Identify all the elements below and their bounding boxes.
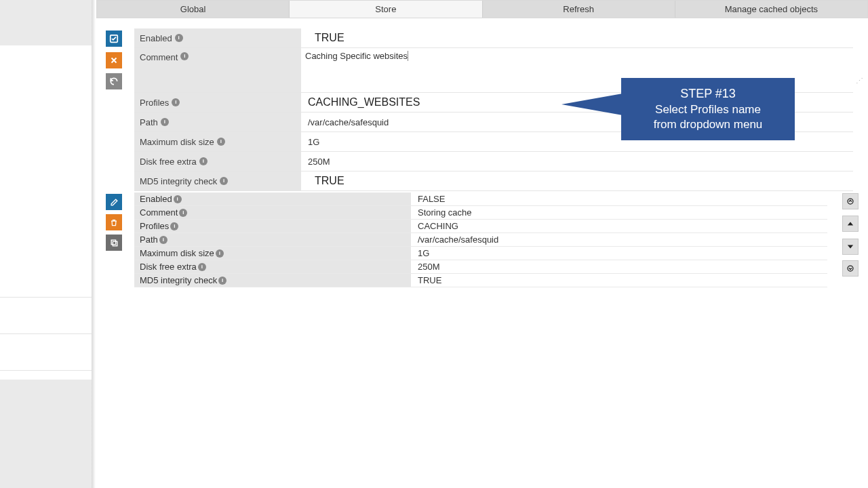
resize-grip-icon[interactable]: ⋰ xyxy=(856,79,864,87)
tab-bar: Global Store Refresh Manage cached objec… xyxy=(96,0,868,18)
left-block-top xyxy=(0,0,92,45)
llabel-md5: MD5 integrity checki xyxy=(134,274,411,287)
callout-title: STEP #13 xyxy=(680,86,736,102)
info-icon[interactable]: i xyxy=(170,222,178,230)
svg-rect-2 xyxy=(111,240,116,245)
left-sidebar xyxy=(0,0,92,488)
callout-arrow-icon xyxy=(561,94,623,115)
label-profiles: Profilesi xyxy=(134,93,301,112)
entry-list: EnablediFALSE CommentiStoring cache Prof… xyxy=(134,192,827,287)
svg-rect-1 xyxy=(113,241,117,246)
move-top-button[interactable] xyxy=(842,193,859,209)
info-icon[interactable]: i xyxy=(161,118,169,126)
left-divider-2 xyxy=(0,339,92,371)
value-enabled[interactable]: TRUE xyxy=(301,28,853,47)
lvalue-diskfree: 250M xyxy=(411,260,827,273)
llabel-path: Pathi xyxy=(134,233,411,246)
llabel-maxdisk: Maximum disk sizei xyxy=(134,247,411,260)
delete-button[interactable] xyxy=(106,214,122,230)
label-comment: Commenti xyxy=(134,48,301,92)
cancel-button[interactable] xyxy=(106,52,122,68)
llabel-comment: Commenti xyxy=(134,206,411,219)
tab-store[interactable]: Store xyxy=(290,1,482,18)
svg-point-4 xyxy=(848,266,853,271)
tab-refresh[interactable]: Refresh xyxy=(483,1,675,18)
llabel-diskfree: Disk free extrai xyxy=(134,260,411,273)
info-icon[interactable]: i xyxy=(198,263,206,271)
callout-line2: from dropdown menu xyxy=(654,117,763,132)
tab-manage[interactable]: Manage cached objects xyxy=(675,1,867,18)
save-button[interactable] xyxy=(106,30,122,47)
left-divider-1 xyxy=(0,297,92,334)
info-icon[interactable]: i xyxy=(199,157,208,165)
llabel-enabled: Enabledi xyxy=(134,192,411,205)
info-icon[interactable]: i xyxy=(180,52,189,60)
move-up-button[interactable] xyxy=(842,216,859,232)
info-icon[interactable]: i xyxy=(220,177,228,185)
edit-button[interactable] xyxy=(106,194,122,210)
tab-global[interactable]: Global xyxy=(97,1,290,18)
llabel-profiles: Profilesi xyxy=(134,220,411,232)
move-down-button[interactable] xyxy=(842,239,859,255)
label-md5: MD5 integrity checki xyxy=(134,171,301,190)
move-bottom-button[interactable] xyxy=(842,260,859,277)
left-block-bottom xyxy=(0,380,92,488)
lvalue-md5: TRUE xyxy=(411,274,827,287)
label-diskfree: Disk free extrai xyxy=(134,152,301,171)
lvalue-comment: Storing cache xyxy=(411,206,827,219)
label-path: Pathi xyxy=(134,113,301,131)
info-icon[interactable]: i xyxy=(174,195,182,203)
label-enabled: Enabledi xyxy=(134,28,301,47)
diskfree-input[interactable]: 250M xyxy=(301,152,853,171)
info-icon[interactable]: i xyxy=(175,34,183,42)
callout-line1: Select Profiles name xyxy=(655,102,761,117)
info-icon[interactable]: i xyxy=(217,138,225,146)
step-callout: STEP #13 Select Profiles name from dropd… xyxy=(621,78,795,140)
lvalue-profiles: CACHING xyxy=(411,220,827,232)
info-icon[interactable]: i xyxy=(218,277,226,285)
lvalue-path: /var/cache/safesquid xyxy=(411,233,827,246)
copy-button[interactable] xyxy=(106,235,122,251)
label-maxdisk: Maximum disk sizei xyxy=(134,132,301,151)
revert-button[interactable] xyxy=(106,73,122,89)
info-icon[interactable]: i xyxy=(159,236,167,244)
left-shadow xyxy=(92,0,96,488)
lvalue-enabled: FALSE xyxy=(411,192,827,205)
info-icon[interactable]: i xyxy=(172,98,180,106)
svg-point-3 xyxy=(848,199,853,204)
lvalue-maxdisk: 1G xyxy=(411,247,827,260)
md5-dropdown[interactable]: TRUE xyxy=(301,171,853,190)
info-icon[interactable]: i xyxy=(216,249,224,258)
info-icon[interactable]: i xyxy=(179,209,187,217)
